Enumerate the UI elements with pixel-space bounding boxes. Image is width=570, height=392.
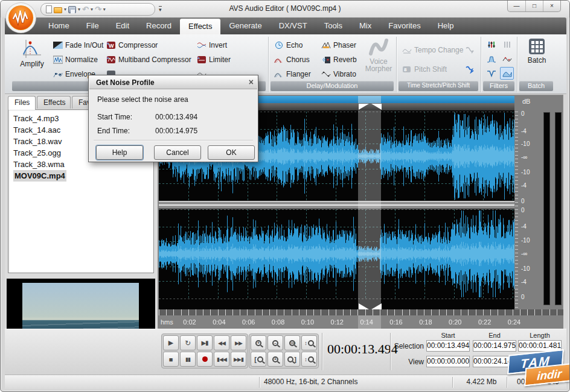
fft-filter-button[interactable]	[500, 52, 514, 65]
normalize-button[interactable]: Normalize	[53, 54, 98, 66]
fast-forward-button[interactable]: ▶▶	[231, 335, 246, 350]
phaser-button[interactable]: Phaser	[321, 39, 356, 51]
ok-button[interactable]: OK	[208, 145, 255, 160]
app-window: AVS Audio Editor ( MOV09C.mp4 ) ▾ ▾ ↶▾ ↷…	[0, 0, 570, 392]
db-tick-label: 0	[521, 110, 525, 117]
menu-tab-generate[interactable]: Generate	[220, 17, 270, 34]
tempo-extra-icon[interactable]	[465, 44, 475, 56]
noise-removal-icon	[502, 69, 512, 78]
open-file-icon[interactable]	[54, 7, 62, 13]
selection-handle-top-right[interactable]	[371, 104, 382, 110]
zoom-selection-button[interactable]: +	[267, 352, 283, 367]
db-tick-label: 0	[521, 207, 525, 213]
bandpass-filter-button[interactable]	[484, 52, 498, 65]
minimize-button[interactable]: —	[508, 1, 525, 11]
menu-tab-favorites[interactable]: Favorites	[380, 17, 429, 34]
selection-end-field[interactable]: 00:00:14.975	[473, 340, 516, 352]
panel-tab-effects[interactable]: Effects	[37, 96, 71, 109]
menu-tab-help[interactable]: Help	[429, 17, 463, 34]
reverb-button[interactable]: Reverb	[321, 54, 357, 66]
bandpass-filter-icon	[487, 55, 496, 63]
fade-inout-button[interactable]: Fade In/Out	[53, 39, 103, 51]
view-row-label: View	[390, 358, 424, 366]
flanger-button[interactable]: Flanger	[274, 68, 311, 80]
voice-morpher-button[interactable]: Voice Morpher	[362, 38, 395, 72]
compressor-button[interactable]: W+ Compressor	[106, 39, 158, 51]
zoom-button-group: +–100↕[+]↕	[249, 334, 319, 368]
zoom-vertical-in-button[interactable]: ↕	[301, 335, 317, 350]
zoom-selection-start-button[interactable]: [	[251, 352, 266, 367]
file-list-item[interactable]: MOV09C.mp4	[13, 170, 66, 182]
svg-text:+: +	[107, 42, 109, 46]
timeline-ruler[interactable]: hms 0:020:040:060:080:100:120:140:160:18…	[159, 309, 563, 329]
pitch-shift-button[interactable]: 8 Pitch Shift	[402, 63, 447, 75]
menu-tab-tools[interactable]: Tools	[316, 17, 351, 34]
loop-button[interactable]: ↻	[180, 335, 196, 350]
zoom-100-button[interactable]: 100	[284, 335, 300, 350]
help-button[interactable]: Help	[96, 145, 143, 160]
selection-start-field[interactable]: 00:00:13.494	[426, 340, 470, 352]
db-tick-label: -10	[521, 169, 530, 175]
start-time-value: 00:00:13.494	[155, 113, 197, 121]
app-logo-icon[interactable]	[5, 2, 37, 34]
close-button[interactable]: ×	[543, 1, 560, 11]
zoom-in-button[interactable]: +	[251, 335, 266, 350]
batch-button[interactable]: Batch	[522, 38, 552, 64]
tempo-change-button[interactable]: Tempo Change	[402, 44, 463, 56]
echo-button[interactable]: Echo	[274, 39, 303, 51]
menu-tab-edit[interactable]: Edit	[107, 17, 138, 34]
dialog-title: Get Noise Profile	[89, 76, 257, 89]
menu-tab-home[interactable]: Home	[40, 17, 78, 34]
save-dropdown-icon[interactable]: ▾	[78, 7, 80, 12]
multiband-compressor-button[interactable]: + Multiband Compressor	[106, 54, 191, 66]
skip-to-start-button[interactable]: ▮◀◀	[214, 352, 229, 367]
waveform-selection[interactable]	[358, 110, 381, 309]
save-icon[interactable]	[68, 6, 76, 13]
selection-handle-bottom-left[interactable]	[359, 303, 369, 309]
undo-dropdown-icon[interactable]: ▾	[91, 7, 93, 12]
menu-tab-record[interactable]: Record	[138, 17, 180, 34]
undo-icon[interactable]: ↶	[82, 5, 89, 13]
equalizer-filter-button[interactable]	[484, 38, 498, 51]
zoom-selection-end-button[interactable]: ]	[284, 352, 300, 367]
play-button[interactable]: ▶	[163, 335, 179, 350]
record-button[interactable]	[197, 352, 213, 367]
maximize-button[interactable]: □	[525, 1, 543, 11]
notch-filter-button[interactable]	[484, 67, 498, 80]
chorus-button[interactable]: Chorus	[274, 54, 310, 66]
menu-bar: HomeFileEditRecordEffectsGenerateDX/VSTT…	[5, 17, 566, 34]
noise-removal-button[interactable]	[500, 67, 514, 80]
menu-tab-dxvst[interactable]: DX/VST	[271, 17, 316, 34]
new-file-icon[interactable]	[46, 5, 52, 13]
cancel-button[interactable]: Cancel	[154, 145, 201, 160]
skip-to-end-button[interactable]: ▶▶▮	[231, 352, 246, 367]
play-to-end-button[interactable]: ▶▮	[197, 335, 213, 350]
stop-button[interactable]: ■	[163, 352, 179, 367]
selection-handle-bottom-right[interactable]	[371, 303, 382, 309]
menu-tab-file[interactable]: File	[78, 17, 107, 34]
pitch-extra-icon[interactable]	[465, 63, 475, 75]
invert-button[interactable]: Invert	[197, 39, 227, 51]
pause-button[interactable]: ▮▮	[180, 352, 196, 367]
menu-tab-effects[interactable]: Effects	[180, 19, 221, 34]
panel-tab-files[interactable]: Files	[8, 96, 36, 110]
db-tick-label: -4	[521, 182, 527, 189]
open-dropdown-icon[interactable]: ▾	[64, 7, 66, 12]
vibrato-button[interactable]: Vibrato	[321, 68, 356, 80]
dialog-close-icon[interactable]: ×	[249, 75, 254, 89]
amplify-button[interactable]: Amplify	[14, 38, 50, 68]
svg-text:8: 8	[404, 67, 407, 72]
pitch-shift-icon: 8	[402, 65, 412, 74]
redo-icon[interactable]: ↷	[95, 5, 101, 13]
zoom-out-button[interactable]: –	[267, 335, 283, 350]
selection-row-label: Selection	[390, 342, 424, 350]
view-start-field[interactable]: 00:00:00.000	[426, 356, 470, 367]
limiter-button[interactable]: + Limiter	[197, 54, 231, 66]
selection-handle-top-left[interactable]	[359, 104, 369, 110]
equalizer-disabled-button[interactable]	[500, 38, 514, 51]
customize-toolbar-icon[interactable]: ▾	[159, 6, 162, 13]
redo-dropdown-icon[interactable]: ▾	[103, 7, 106, 12]
rewind-button[interactable]: ◀◀	[214, 335, 229, 350]
zoom-vertical-out-button[interactable]: ↕	[301, 352, 317, 367]
menu-tab-mix[interactable]: Mix	[351, 17, 380, 34]
